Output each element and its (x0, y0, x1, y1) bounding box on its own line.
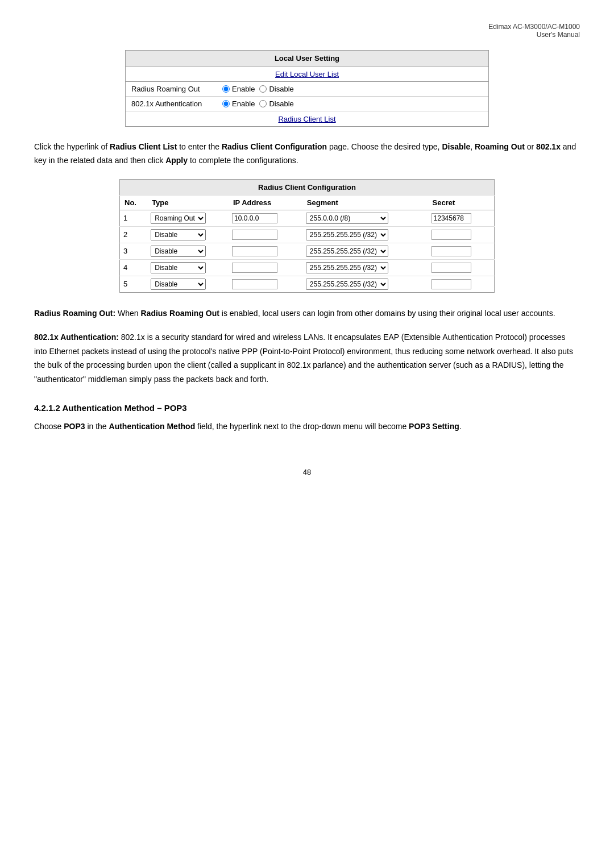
cell-secret[interactable] (428, 226, 495, 243)
auth-disable-radio[interactable]: Disable (259, 99, 293, 108)
ip-input[interactable] (232, 246, 277, 256)
cell-segment[interactable]: 255.0.0.0 (/8)255.128.0.0 (/9)255.255.0.… (302, 226, 428, 243)
table-row: 5DisableRoaming Out802.1x255.0.0.0 (/8)2… (120, 276, 495, 292)
segment-select[interactable]: 255.0.0.0 (/8)255.128.0.0 (/9)255.255.0.… (306, 246, 388, 257)
segment-select[interactable]: 255.0.0.0 (/8)255.128.0.0 (/9)255.255.0.… (306, 262, 388, 273)
secret-input[interactable] (432, 213, 471, 223)
type-select[interactable]: DisableRoaming Out802.1x (151, 213, 206, 224)
roaming-enable-input[interactable] (222, 85, 230, 93)
cell-no: 2 (120, 226, 148, 243)
pop3-bold-2: Authentication Method (109, 422, 196, 431)
cell-segment[interactable]: 255.0.0.0 (/8)255.128.0.0 (/9)255.255.0.… (302, 259, 428, 276)
roaming-out-bold: Radius Roaming Out: (34, 309, 115, 318)
secret-input[interactable] (432, 279, 471, 289)
cell-ip[interactable] (229, 276, 302, 292)
desc-bold-2: Radius Client Configuration (222, 142, 327, 151)
cell-secret[interactable] (428, 210, 495, 226)
edit-local-user-row: Edit Local User List (126, 67, 488, 82)
type-select[interactable]: DisableRoaming Out802.1x (151, 229, 206, 240)
pop3-text-2: in the (85, 422, 109, 431)
table-row: 4DisableRoaming Out802.1x255.0.0.0 (/8)2… (120, 259, 495, 276)
type-select[interactable]: DisableRoaming Out802.1x (151, 262, 206, 273)
pop3-desc-section: Choose POP3 in the Authentication Method… (34, 420, 580, 434)
ip-input[interactable] (232, 279, 277, 289)
desc-text-3: page. Choose the desired type, (327, 142, 442, 151)
cell-type[interactable]: DisableRoaming Out802.1x (147, 210, 229, 226)
cell-no: 1 (120, 210, 148, 226)
pop3-text-3: field, the hyperlink next to the drop-do… (195, 422, 409, 431)
edit-local-user-link[interactable]: Edit Local User List (275, 70, 339, 78)
cell-segment[interactable]: 255.0.0.0 (/8)255.128.0.0 (/9)255.255.0.… (302, 243, 428, 259)
header-ip: IP Address (229, 195, 302, 210)
auth-disable-label: Disable (269, 99, 293, 108)
roaming-disable-input[interactable] (259, 85, 267, 93)
cell-secret[interactable] (428, 259, 495, 276)
secret-input[interactable] (432, 263, 471, 273)
desc-bold-5: 802.1x (536, 142, 561, 151)
desc-bold-1: Radius Client List (110, 142, 177, 151)
cell-ip[interactable] (229, 243, 302, 259)
table-row: 2DisableRoaming Out802.1x255.0.0.0 (/8)2… (120, 226, 495, 243)
roaming-enable-radio[interactable]: Enable (222, 85, 255, 93)
cell-type[interactable]: DisableRoaming Out802.1x (147, 226, 229, 243)
roaming-out-section: Radius Roaming Out: When Radius Roaming … (34, 306, 580, 321)
cell-type[interactable]: DisableRoaming Out802.1x (147, 259, 229, 276)
desc-bold-6: Apply (165, 156, 188, 165)
cell-secret[interactable] (428, 243, 495, 259)
secret-input[interactable] (432, 246, 471, 256)
cell-ip[interactable] (229, 210, 302, 226)
description-paragraph: Click the hyperlink of Radius Client Lis… (34, 140, 580, 168)
radius-client-link[interactable]: Radius Client List (278, 115, 335, 123)
header-type: Type (147, 195, 229, 210)
desc-bold-3: Disable (442, 142, 470, 151)
radius-client-link-row: Radius Client List (126, 111, 488, 126)
cell-type[interactable]: DisableRoaming Out802.1x (147, 243, 229, 259)
segment-select[interactable]: 255.0.0.0 (/8)255.128.0.0 (/9)255.255.0.… (306, 279, 388, 290)
ip-input[interactable] (232, 213, 277, 223)
radius-config-table: Radius Client Configuration No. Type IP … (119, 179, 495, 293)
cell-secret[interactable] (428, 276, 495, 292)
cell-segment[interactable]: 255.0.0.0 (/8)255.128.0.0 (/9)255.255.0.… (302, 276, 428, 292)
desc-text-5: or (525, 142, 536, 151)
auth-row: 802.1x Authentication Enable Disable (126, 97, 488, 111)
roaming-out-text: When (115, 309, 140, 318)
desc-text-2: to enter the (177, 142, 222, 151)
auth-disable-input[interactable] (259, 100, 267, 107)
auth-bold: 802.1x Authentication: (34, 333, 119, 342)
type-select[interactable]: DisableRoaming Out802.1x (151, 279, 206, 290)
cell-ip[interactable] (229, 259, 302, 276)
roaming-disable-radio[interactable]: Disable (259, 85, 293, 93)
ip-input[interactable] (232, 230, 277, 240)
header-no: No. (120, 195, 148, 210)
auth-label: 802.1x Authentication (131, 99, 222, 108)
segment-select[interactable]: 255.0.0.0 (/8)255.128.0.0 (/9)255.255.0.… (306, 213, 388, 224)
header-line2: User's Manual (34, 31, 580, 39)
auth-section: 802.1x Authentication: 802.1x is a secur… (34, 330, 580, 386)
ip-input[interactable] (232, 263, 277, 273)
local-user-setting-table: Local User Setting Edit Local User List … (125, 50, 489, 127)
cell-type[interactable]: DisableRoaming Out802.1x (147, 276, 229, 292)
radius-config-container: Radius Client Configuration No. Type IP … (119, 179, 495, 293)
cell-no: 4 (120, 259, 148, 276)
desc-text-1: Click the hyperlink of (34, 142, 110, 151)
pop3-bold-3: POP3 Setting (409, 422, 459, 431)
radius-roaming-row: Radius Roaming Out Enable Disable (126, 82, 488, 97)
pop3-bold-1: POP3 (64, 422, 85, 431)
page-header: Edimax AC-M3000/AC-M1000 User's Manual (34, 23, 580, 39)
page-number: 48 (34, 468, 580, 476)
cell-no: 5 (120, 276, 148, 292)
cell-ip[interactable] (229, 226, 302, 243)
auth-enable-input[interactable] (222, 100, 230, 107)
secret-input[interactable] (432, 230, 471, 240)
auth-controls: Enable Disable (222, 99, 294, 108)
table-row: 1DisableRoaming Out802.1x255.0.0.0 (/8)2… (120, 210, 495, 226)
type-select[interactable]: DisableRoaming Out802.1x (151, 246, 206, 257)
cell-no: 3 (120, 243, 148, 259)
table-row: 3DisableRoaming Out802.1x255.0.0.0 (/8)2… (120, 243, 495, 259)
segment-select[interactable]: 255.0.0.0 (/8)255.128.0.0 (/9)255.255.0.… (306, 229, 388, 240)
auth-enable-radio[interactable]: Enable (222, 99, 255, 108)
header-segment: Segment (302, 195, 428, 210)
cell-segment[interactable]: 255.0.0.0 (/8)255.128.0.0 (/9)255.255.0.… (302, 210, 428, 226)
section-heading-4212: 4.2.1.2 Authentication Method – POP3 (34, 403, 580, 413)
desc-text-7: to complete the configurations. (188, 156, 298, 165)
